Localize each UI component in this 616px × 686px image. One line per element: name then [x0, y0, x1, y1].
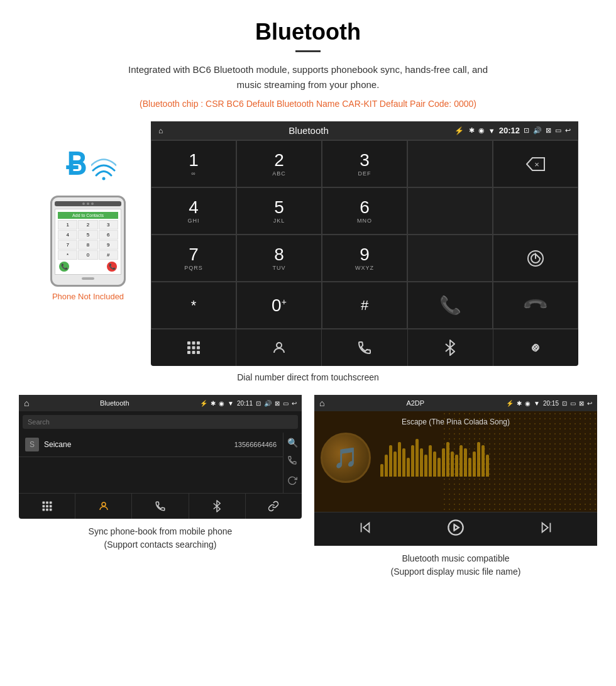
music-screen-wrap: ⌂ A2DP ⚡ ✱ ◉ ▼ 20:15 ⊡ ▭ ⊠ ↩ Escape (The…	[314, 395, 597, 578]
pb-contact-row[interactable]: S Seicane 13566664466	[19, 433, 283, 457]
key-1[interactable]: 1∞	[151, 140, 236, 187]
music-location-icon: ◉	[525, 400, 531, 407]
phone-key-9[interactable]: 9	[99, 240, 118, 250]
music-controls	[314, 512, 597, 546]
key-8[interactable]: 8TUV	[236, 235, 322, 282]
svg-rect-10	[187, 351, 190, 354]
pb-grid-button[interactable]	[19, 494, 75, 519]
pb-refresh-icon[interactable]	[287, 475, 298, 488]
status-icons: ✱ ◉ ▼ 20:12 ⊡ 🔊 ⊠ ▭ ↩	[469, 126, 571, 135]
usb-icon: ⚡	[454, 126, 464, 135]
pb-win-icon[interactable]: ▭	[283, 400, 289, 407]
visualizer-bar	[389, 445, 392, 477]
phone-end-button[interactable]: 📞	[107, 262, 117, 272]
pb-usb-icon: ⚡	[200, 400, 207, 407]
key-0[interactable]: 0+	[236, 282, 322, 329]
key-hash[interactable]: #	[322, 282, 407, 329]
key-7[interactable]: 7PQRS	[151, 235, 236, 282]
phone-home-button[interactable]	[82, 277, 94, 280]
car-statusbar: ⌂ Bluetooth ⚡ ✱ ◉ ▼ 20:12 ⊡ 🔊 ⊠ ▭ ↩	[151, 121, 578, 140]
pb-contact-avatar: S	[25, 438, 39, 451]
title-underline	[295, 50, 321, 52]
key-2[interactable]: 2ABC	[236, 140, 322, 187]
phone-key-0[interactable]: 0	[78, 250, 97, 260]
music-main-area: 🎵	[321, 433, 591, 483]
phone-call-button[interactable]: 📞	[59, 262, 69, 272]
music-home-icon[interactable]: ⌂	[319, 398, 324, 408]
svg-rect-4	[187, 341, 190, 345]
display-area	[407, 140, 493, 187]
phone-key-hash[interactable]: #	[99, 250, 118, 260]
pb-home-icon[interactable]: ⌂	[24, 398, 29, 408]
pb-link-button[interactable]	[246, 494, 302, 519]
phone-top-bar	[55, 201, 121, 206]
volume-icon[interactable]: 🔊	[533, 126, 542, 135]
svg-rect-7	[187, 346, 190, 350]
pb-search-icon[interactable]: 🔍	[287, 438, 298, 448]
phone-key-3[interactable]: 3	[99, 220, 118, 230]
dialpad-grid: 1∞ 2ABC 3DEF × 4GHI 5JKL 6MNO 7PQRS 8TUV…	[151, 140, 578, 329]
music-statusbar: ⌂ A2DP ⚡ ✱ ◉ ▼ 20:15 ⊡ ▭ ⊠ ↩	[314, 395, 597, 411]
music-back-icon[interactable]: ↩	[587, 400, 592, 407]
music-content: Escape (The Pina Colada Song) 🎵	[314, 411, 597, 512]
phone-key-4[interactable]: 4	[58, 230, 77, 240]
mute-icon[interactable]: ⊠	[546, 126, 551, 135]
key-3[interactable]: 3DEF	[322, 140, 407, 187]
pb-contacts-button[interactable]	[75, 494, 132, 519]
pb-phone-button[interactable]	[132, 494, 189, 519]
pb-mute-icon[interactable]: ⊠	[275, 400, 280, 407]
phone-key-7[interactable]: 7	[58, 240, 77, 250]
pb-bt-button[interactable]	[189, 494, 246, 519]
key-9[interactable]: 9WXYZ	[322, 235, 407, 282]
next-button[interactable]	[539, 521, 553, 538]
music-mute-icon[interactable]: ⊠	[579, 400, 584, 407]
redial-button[interactable]	[493, 235, 578, 282]
visualizer-bar	[486, 455, 489, 477]
wifi-waves-icon	[91, 152, 116, 188]
play-pause-button[interactable]	[447, 519, 465, 539]
key-4[interactable]: 4GHI	[151, 187, 236, 235]
end-call-button[interactable]: 📞	[493, 282, 578, 329]
phonebook-caption: Sync phone-book from mobile phone (Suppo…	[89, 525, 233, 551]
phone-key-8[interactable]: 8	[78, 240, 97, 250]
key-star[interactable]: *	[151, 282, 236, 329]
phone-key-6[interactable]: 6	[99, 230, 118, 240]
home-icon[interactable]: ⌂	[158, 126, 163, 135]
call-button[interactable]: 📞	[407, 282, 493, 329]
contacts-tab-button[interactable]	[236, 329, 322, 366]
pb-contact-list: S Seicane 13566664466	[19, 433, 283, 493]
pb-call-icon[interactable]	[287, 455, 298, 468]
backspace-button[interactable]: ×	[493, 140, 578, 187]
back-icon[interactable]: ↩	[565, 126, 571, 135]
phone-key-star[interactable]: *	[58, 250, 77, 260]
svg-rect-17	[42, 505, 45, 507]
phone-key-1[interactable]: 1	[58, 220, 77, 230]
key-5[interactable]: 5JKL	[236, 187, 322, 235]
prev-button[interactable]	[358, 521, 372, 538]
status-time: 20:12	[499, 126, 520, 135]
camera-icon[interactable]: ⊡	[524, 126, 529, 135]
svg-rect-19	[49, 505, 52, 507]
phonebook-car-screen: ⌂ Bluetooth ⚡ ✱ ◉ ▼ 20:11 ⊡ 🔊 ⊠ ▭ ↩ Sear…	[19, 395, 302, 519]
pb-back-icon[interactable]: ↩	[292, 400, 297, 407]
phone-tab-button[interactable]	[322, 329, 407, 366]
svg-rect-5	[192, 341, 195, 345]
dialpad-tab-button[interactable]	[151, 329, 236, 366]
pb-statusbar: ⌂ Bluetooth ⚡ ✱ ◉ ▼ 20:11 ⊡ 🔊 ⊠ ▭ ↩	[19, 395, 302, 411]
phonebook-screen-wrap: ⌂ Bluetooth ⚡ ✱ ◉ ▼ 20:11 ⊡ 🔊 ⊠ ▭ ↩ Sear…	[19, 395, 302, 578]
visualizer-bar	[420, 448, 423, 477]
key-6[interactable]: 6MNO	[322, 187, 407, 235]
visualizer-bar	[411, 445, 414, 477]
pb-signal-icon: ▼	[228, 400, 234, 407]
music-camera-icon[interactable]: ⊡	[562, 400, 567, 407]
pb-camera-icon[interactable]: ⊡	[256, 400, 261, 407]
window-icon[interactable]: ▭	[555, 126, 561, 135]
phone-key-5[interactable]: 5	[78, 230, 97, 240]
link-tab-button[interactable]	[493, 329, 578, 366]
svg-rect-8	[192, 346, 195, 350]
phone-key-2[interactable]: 2	[78, 220, 97, 230]
bluetooth-tab-button[interactable]	[408, 329, 493, 366]
pb-search-field[interactable]: Search	[23, 415, 298, 429]
music-win-icon[interactable]: ▭	[570, 400, 576, 407]
pb-vol-icon[interactable]: 🔊	[264, 400, 272, 407]
